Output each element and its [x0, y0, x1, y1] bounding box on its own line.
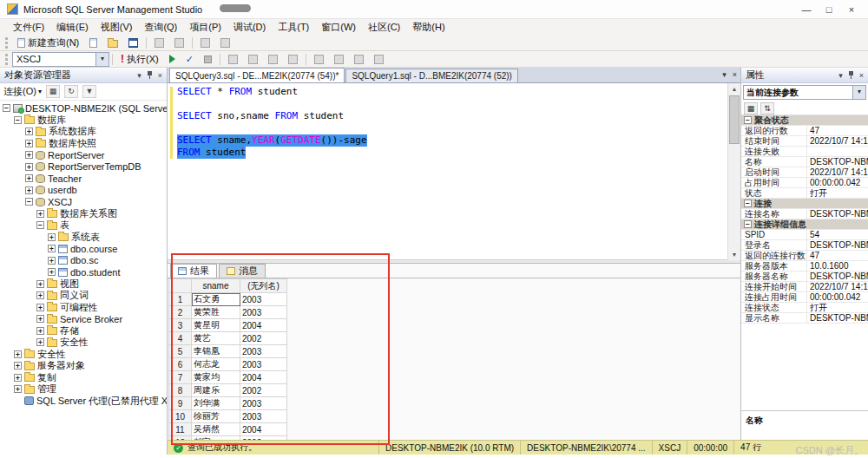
menu-item[interactable]: 社区(C) — [362, 21, 406, 34]
tree-item[interactable]: +存储 — [0, 325, 167, 337]
properties-object-selector[interactable]: 当前连接参数 ▾ — [743, 85, 866, 100]
intellisense-button[interactable] — [264, 52, 282, 67]
property-value[interactable]: 54 — [807, 230, 868, 239]
property-row[interactable]: 服务器名称DESKTOP-NBME2IK — [741, 272, 868, 282]
property-value[interactable]: DESKTOP-NBME2IK — [807, 272, 868, 281]
cell[interactable]: 2003 — [240, 410, 287, 423]
cell[interactable]: 2002 — [240, 384, 287, 397]
close-button[interactable]: × — [842, 4, 861, 15]
row-number[interactable]: 11 — [169, 423, 192, 436]
code-line[interactable]: FROM student — [168, 147, 740, 159]
expand-icon[interactable]: + — [48, 257, 56, 265]
tree-item[interactable]: +安全性 — [0, 349, 167, 361]
row-number[interactable]: 6 — [169, 358, 192, 371]
property-value[interactable]: DESKTOP-NBME2IK — [807, 240, 868, 250]
property-row[interactable]: SPID54 — [741, 230, 868, 240]
table-row[interactable]: 10徐丽芳2003 — [169, 410, 287, 423]
print-button[interactable] — [150, 36, 168, 50]
property-value[interactable]: 打开 — [807, 303, 868, 312]
menu-item[interactable]: 编辑(E) — [50, 21, 95, 34]
tree-item[interactable]: +复制 — [0, 372, 167, 384]
close-icon[interactable]: × — [859, 71, 864, 80]
tree-item[interactable]: −XSCJ — [0, 196, 167, 208]
row-number[interactable]: 2 — [169, 306, 192, 319]
cell[interactable]: 黄星明 — [192, 319, 240, 332]
new-file-button[interactable] — [85, 36, 102, 50]
property-row[interactable]: 连接占用时间00:00:00.042 — [741, 292, 868, 303]
table-row[interactable]: 3黄星明2004 — [169, 319, 287, 332]
expand-icon[interactable]: + — [36, 291, 44, 299]
editor-scrollbar[interactable]: ▲ ▼ — [727, 83, 740, 260]
cell[interactable]: 2002 — [240, 332, 287, 345]
chevron-down-icon[interactable]: ▾ — [852, 86, 865, 99]
pin-icon[interactable] — [848, 71, 854, 79]
property-row[interactable]: 登录名DESKTOP-NBME2IK — [741, 240, 868, 251]
cell[interactable]: 刘华满 — [192, 397, 240, 410]
cell[interactable]: 黄艺 — [192, 332, 240, 345]
property-row[interactable]: 返回的连接行数47 — [741, 251, 868, 261]
row-number[interactable]: 1 — [169, 293, 192, 306]
tree-item[interactable]: +数据库快照 — [0, 138, 167, 150]
cell[interactable]: 石文勇 — [192, 293, 240, 306]
table-row[interactable]: 11吴炳然2004 — [169, 423, 287, 436]
property-row[interactable]: 连接状态打开 — [741, 303, 868, 313]
menu-item[interactable]: 帮助(H) — [406, 21, 450, 34]
expand-icon[interactable]: + — [48, 268, 56, 276]
table-row[interactable]: 5李锦凰2003 — [169, 345, 287, 358]
refresh-icon[interactable]: ↻ — [64, 85, 78, 98]
tree-item[interactable]: +视图 — [0, 278, 167, 291]
cell[interactable]: 2004 — [240, 371, 287, 384]
cell[interactable]: 李锦凰 — [192, 345, 240, 358]
property-value[interactable]: 2022/10/7 14:17:... — [807, 167, 868, 177]
cancel-query-button[interactable] — [200, 52, 216, 67]
tree-item[interactable]: +dbo.course — [0, 243, 167, 255]
expand-icon[interactable]: + — [36, 338, 44, 346]
redo-button[interactable] — [216, 36, 234, 50]
tree-item[interactable]: +可编程性 — [0, 302, 167, 314]
pin-icon[interactable] — [147, 71, 153, 79]
chevron-down-icon[interactable]: ▾ — [95, 53, 108, 66]
chevron-down-icon[interactable]: ▾ — [838, 71, 843, 80]
table-row[interactable]: 7黄家均2004 — [169, 371, 287, 384]
expand-icon[interactable]: + — [25, 151, 33, 159]
table-row[interactable]: 1石文勇2003 — [169, 293, 287, 306]
tree-item[interactable]: +同义词 — [0, 290, 167, 302]
row-number[interactable]: 4 — [169, 332, 192, 345]
alphabetical-sort-icon[interactable]: ⇅ — [760, 102, 774, 114]
menu-item[interactable]: 调试(D) — [227, 21, 272, 34]
toolbar-grip[interactable] — [5, 37, 8, 49]
scroll-up-icon[interactable]: ▲ — [728, 83, 740, 95]
parse-button[interactable]: ✓ — [181, 52, 198, 67]
expand-icon[interactable]: + — [36, 210, 44, 218]
table-row[interactable]: 4黄艺2002 — [169, 332, 287, 345]
expand-icon[interactable]: + — [48, 233, 56, 241]
collapse-icon[interactable]: − — [36, 221, 44, 229]
tree-item[interactable]: +dbo.sc — [0, 255, 167, 267]
expand-icon[interactable]: + — [25, 174, 33, 182]
cell[interactable]: 黄荣胜 — [192, 306, 240, 319]
tree-item[interactable]: +数据库关系图 — [0, 208, 167, 220]
database-selector[interactable]: XSCJ ▾ — [12, 52, 109, 67]
cell[interactable]: 2003 — [240, 358, 287, 371]
expand-icon[interactable]: + — [36, 327, 44, 335]
filter-icon[interactable]: ▼ — [82, 85, 96, 98]
indent-button[interactable] — [350, 52, 368, 67]
tree-item[interactable]: +服务器对象 — [0, 360, 167, 372]
menu-item[interactable]: 窗口(W) — [315, 21, 362, 34]
close-icon[interactable]: × — [158, 71, 162, 80]
code-line[interactable] — [168, 122, 740, 134]
property-category[interactable]: −连接详细信息 — [741, 219, 868, 230]
table-row[interactable]: 2黄荣胜2003 — [169, 306, 287, 319]
save-button[interactable] — [124, 36, 142, 50]
code-line[interactable]: SELECT sname,YEAR(GETDATE())-sage — [168, 134, 740, 147]
comment-button[interactable] — [310, 52, 328, 67]
property-value[interactable]: 00:00:00.042 — [807, 178, 868, 187]
results-to-grid-button[interactable] — [284, 52, 302, 67]
property-row[interactable]: 显示名称DESKTOP-NBME2IK — [741, 313, 868, 324]
collapse-icon[interactable]: − — [744, 220, 752, 228]
property-value[interactable]: 打开 — [807, 188, 868, 198]
tree-item[interactable]: −表 — [0, 219, 167, 232]
expand-icon[interactable]: + — [14, 374, 22, 382]
code-editor[interactable]: SELECT * FROM student SELECT sno,sname F… — [168, 82, 740, 259]
code-line[interactable]: SELECT * FROM student — [168, 86, 740, 98]
